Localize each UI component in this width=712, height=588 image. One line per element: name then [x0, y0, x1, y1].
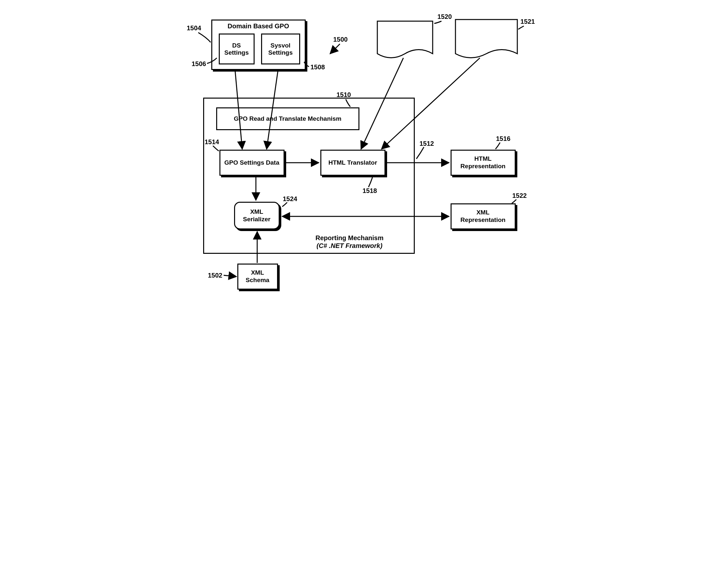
- ref-1500: 1500: [333, 36, 348, 43]
- xml-schema-box: XML Schema: [237, 264, 278, 290]
- ref-1514: 1514: [205, 138, 219, 146]
- gpo-settings-data-box: GPO Settings Data: [219, 150, 285, 176]
- html-representation-box: HTML Representation: [451, 150, 516, 176]
- ref-1508: 1508: [310, 63, 325, 71]
- ref-1512: 1512: [420, 140, 434, 147]
- localized-string-table-text: Localized String Table: [381, 29, 429, 44]
- svg-line-0: [330, 44, 340, 54]
- reporting-subtitle-label: (C# .NET Framework): [294, 242, 405, 250]
- ref-1510: 1510: [337, 91, 351, 99]
- ds-settings-box: DS Settings: [219, 34, 255, 64]
- ref-1504: 1504: [187, 24, 202, 32]
- ref-1516: 1516: [496, 135, 511, 143]
- reporting-mechanism-label: Reporting Mechanism: [294, 234, 405, 242]
- ref-1520: 1520: [438, 13, 452, 21]
- ref-1506: 1506: [192, 60, 206, 68]
- xml-representation-box: XML Representation: [451, 203, 516, 229]
- html-translation-spec-text: HTML Translation Specification: [459, 24, 514, 39]
- html-translator-box: HTML Translator: [320, 150, 385, 176]
- domain-gpo-container: Domain Based GPO DS Settings Sysvol Sett…: [211, 20, 306, 70]
- gpo-read-translate-box: GPO Read and Translate Mechanism: [216, 107, 360, 130]
- ref-1521: 1521: [521, 18, 535, 25]
- ref-1502: 1502: [208, 272, 223, 279]
- diagram-canvas: Domain Based GPO DS Settings Sysvol Sett…: [177, 6, 535, 302]
- sysvol-settings-box: Sysvol Settings: [261, 34, 300, 64]
- xml-serializer-box: XML Serializer: [234, 202, 280, 229]
- domain-gpo-title: Domain Based GPO: [212, 22, 305, 30]
- ref-1524: 1524: [283, 195, 298, 203]
- ref-1522: 1522: [512, 192, 527, 200]
- ref-1518: 1518: [363, 187, 377, 195]
